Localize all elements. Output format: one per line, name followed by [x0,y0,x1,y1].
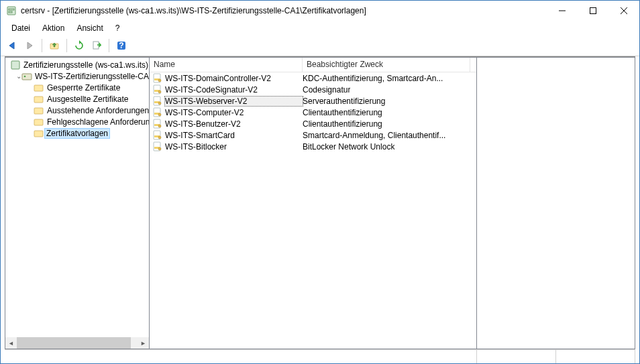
list-header: Name Beabsichtigter Zweck [150,58,476,72]
svg-rect-1 [9,9,14,10]
svg-rect-15 [34,97,43,103]
svg-point-24 [158,90,161,93]
certificate-template-icon [152,73,163,84]
menu-file[interactable]: Datei [6,22,36,34]
tree-item-issued[interactable]: Ausgestellte Zertifikate [7,93,149,105]
menu-action[interactable]: Aktion [37,22,70,34]
cell-name: WS-ITS-Bitlocker [165,142,303,151]
cell-purpose: Smartcard-Anmeldung, Clientauthentif... [303,131,445,140]
back-button[interactable] [5,38,19,53]
tree-item-label: Ausgestellte Zertifikate [46,95,129,104]
menu-view[interactable]: Ansicht [71,22,108,34]
svg-point-39 [158,147,161,150]
expander-icon[interactable]: ⌄ [16,72,21,80]
toolbar: ? [1,37,639,56]
svg-text:?: ? [119,41,123,50]
cell-purpose: Serverauthentifizierung [303,97,385,106]
certificate-template-icon [152,130,163,141]
tree-item-label: Zertifikatvorlagen [44,128,110,139]
cell-name: WS-ITS-Benutzer-V2 [165,119,303,129]
up-button[interactable] [47,38,62,53]
svg-rect-16 [34,108,43,114]
svg-point-13 [24,75,26,77]
toolbar-separator [109,39,109,52]
svg-point-33 [158,125,161,127]
folder-icon [34,105,44,116]
cell-purpose: Clientauthentifizierung [303,119,382,129]
status-cell [477,350,556,364]
actions-pane [477,57,635,349]
cell-name: WS-ITS-SmartCard [165,131,303,140]
certificate-template-icon [152,96,163,107]
refresh-button[interactable] [72,38,87,53]
column-header-name[interactable]: Name [150,58,303,72]
maximize-button[interactable] [578,1,608,21]
window-title: certsrv - [Zertifizierungsstelle (ws-ca1… [21,6,547,15]
minimize-button[interactable] [547,1,578,21]
folder-icon [34,117,44,127]
list-row[interactable]: WS-ITS-Computer-V2Clientauthentifizierun… [150,107,476,118]
export-button[interactable] [89,38,104,53]
close-button[interactable] [608,1,639,21]
list-row[interactable]: WS-ITS-CodeSignatur-V2Codesignatur [150,84,476,95]
column-header-purpose[interactable]: Beabsichtigter Zweck [303,58,470,72]
ca-icon [21,71,32,82]
svg-rect-4 [590,8,596,14]
cell-name: WS-ITS-Computer-V2 [165,108,303,117]
cell-purpose: Codesignatur [303,85,350,95]
certificate-template-icon [152,107,163,118]
status-cell [5,350,477,364]
list-row[interactable]: WS-ITS-BitlockerBitLocker Network Unlock [150,141,476,152]
title-bar: certsrv - [Zertifizierungsstelle (ws-ca1… [1,1,639,21]
tree-ca[interactable]: ⌄ WS-ITS-Zertifizierungsstelle-CA1 [7,70,149,82]
ca-root-icon [10,60,21,70]
tree-item-label: Fehlgeschlagene Anforderungen [46,117,150,127]
list-row[interactable]: WS-ITS-Webserver-V2Serverauthentifizieru… [150,95,476,107]
list-row[interactable]: WS-ITS-DomainController-V2KDC-Authentifi… [150,72,476,84]
certificate-template-icon [152,84,163,95]
svg-rect-12 [22,74,32,80]
cell-purpose: KDC-Authentifizierung, Smartcard-An... [303,74,443,83]
tree-ca-label: WS-ITS-Zertifizierungsstelle-CA1 [34,72,150,81]
scroll-right-icon[interactable]: ► [138,337,149,349]
svg-rect-14 [34,85,43,91]
tree-pane: Zertifizierungsstelle (ws-ca1.ws.its) ⌄ … [5,57,150,349]
tree-root[interactable]: Zertifizierungsstelle (ws-ca1.ws.its) [7,59,149,70]
app-icon [6,5,17,16]
help-button[interactable]: ? [114,38,129,53]
cell-purpose: Clientauthentifizierung [303,108,382,117]
tree-item-templates[interactable]: Zertifikatvorlagen [7,127,149,139]
tree-item-label: Gesperrte Zertifikate [46,83,121,93]
menu-bar: Datei Aktion Ansicht ? [1,21,639,37]
cell-purpose: BitLocker Network Unlock [303,142,394,151]
list-rows: WS-ITS-DomainController-V2KDC-Authentifi… [150,72,476,152]
folder-icon [34,128,44,139]
horizontal-scrollbar[interactable]: ◄ ► [5,337,149,349]
list-pane: Name Beabsichtigter Zweck WS-ITS-DomainC… [150,57,477,349]
toolbar-separator [66,39,67,52]
svg-point-36 [158,136,161,139]
status-cell [556,350,635,364]
menu-help[interactable]: ? [110,22,125,34]
cell-name: WS-ITS-Webserver-V2 [165,97,303,106]
forward-button[interactable] [22,38,37,53]
status-bar [5,349,635,364]
certificate-template-icon [152,119,163,129]
tree-item-failed[interactable]: Fehlgeschlagene Anforderungen [7,116,149,127]
svg-rect-2 [9,11,12,13]
svg-rect-18 [34,131,43,137]
tree-item-revoked[interactable]: Gesperrte Zertifikate [7,82,149,93]
certificate-template-icon [152,141,163,152]
svg-point-21 [158,79,161,82]
svg-rect-17 [34,119,43,125]
client-area: Zertifizierungsstelle (ws-ca1.ws.its) ⌄ … [5,56,635,349]
list-row[interactable]: WS-ITS-SmartCardSmartcard-Anmeldung, Cli… [150,129,476,141]
scroll-thumb[interactable] [17,337,131,349]
folder-icon [34,94,44,105]
tree-item-pending[interactable]: Ausstehende Anforderungen [7,105,149,116]
cell-name: WS-ITS-CodeSignatur-V2 [165,85,303,95]
tree-root-label: Zertifizierungsstelle (ws-ca1.ws.its) [23,60,149,70]
scroll-left-icon[interactable]: ◄ [5,337,17,349]
list-row[interactable]: WS-ITS-Benutzer-V2Clientauthentifizierun… [150,118,476,129]
folder-icon [34,82,44,93]
